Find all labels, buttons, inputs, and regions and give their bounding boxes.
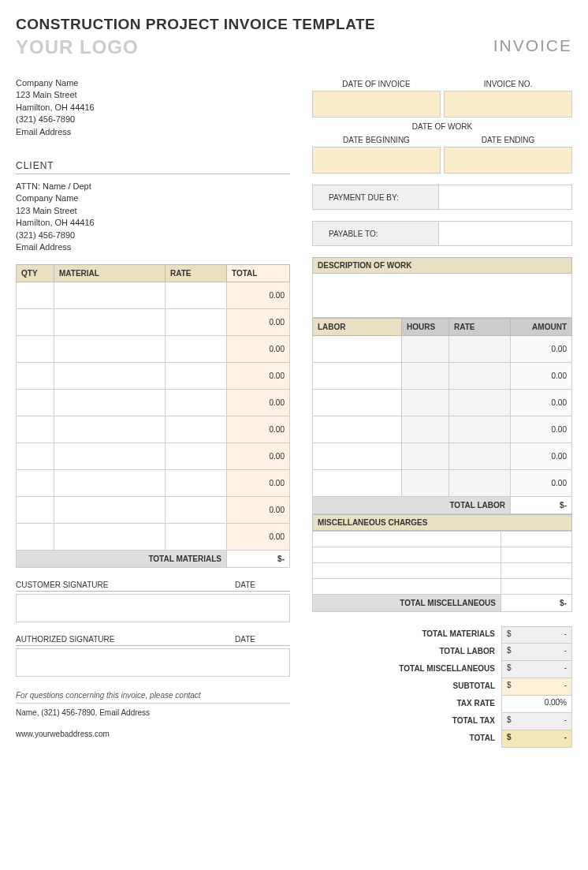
labor-rate[interactable] — [449, 363, 511, 390]
material-row: 0.00 — [17, 416, 290, 443]
material-qty[interactable] — [17, 524, 54, 551]
labor-desc[interactable] — [313, 363, 402, 390]
labor-rate[interactable] — [449, 416, 511, 443]
misc-desc[interactable] — [313, 547, 501, 563]
material-rate[interactable] — [166, 390, 227, 416]
material-qty[interactable] — [17, 363, 54, 390]
misc-desc[interactable] — [313, 532, 501, 547]
footer-contact: Name, (321) 456-7890, Email Address — [16, 708, 290, 717]
material-name[interactable] — [54, 416, 166, 443]
material-rate[interactable] — [166, 282, 227, 309]
sum-misc-label: TOTAL MISCELLANEOUS — [312, 661, 501, 678]
labor-amount: 0.00 — [511, 336, 572, 363]
material-name[interactable] — [54, 470, 166, 497]
material-row: 0.00 — [17, 363, 290, 390]
material-rate[interactable] — [166, 309, 227, 336]
labor-desc[interactable] — [313, 336, 402, 363]
labor-rate[interactable] — [449, 443, 511, 470]
client-email: Email Address — [16, 241, 290, 253]
authorized-signature-label: AUTHORIZED SIGNATURE — [16, 635, 235, 644]
labor-desc[interactable] — [313, 390, 402, 416]
labor-desc[interactable] — [313, 470, 402, 497]
labor-hours[interactable] — [402, 443, 449, 470]
material-name[interactable] — [54, 336, 166, 363]
sum-totaltax-label: TOTAL TAX — [312, 713, 501, 730]
misc-amount[interactable] — [501, 547, 572, 563]
material-name[interactable] — [54, 282, 166, 309]
material-total: 0.00 — [227, 363, 290, 390]
labor-table: LABOR HOURS RATE AMOUNT 0.000.000.000.00… — [312, 318, 572, 514]
labor-rate[interactable] — [449, 470, 511, 497]
labor-hours[interactable] — [402, 390, 449, 416]
material-qty[interactable] — [17, 443, 54, 470]
date-ending-input[interactable] — [444, 147, 572, 174]
material-qty[interactable] — [17, 336, 54, 363]
sum-subtotal-label: SUBTOTAL — [312, 678, 501, 696]
labor-desc[interactable] — [313, 443, 402, 470]
invoice-no-input[interactable] — [444, 91, 572, 118]
labor-rate[interactable] — [449, 336, 511, 363]
sum-labor-label: TOTAL LABOR — [312, 644, 501, 661]
misc-row — [313, 547, 572, 563]
authorized-signature-box[interactable] — [16, 648, 290, 677]
material-rate[interactable] — [166, 497, 227, 524]
client-street: 123 Main Street — [16, 205, 290, 217]
material-name[interactable] — [54, 524, 166, 551]
material-rate[interactable] — [166, 336, 227, 363]
labor-hours[interactable] — [402, 363, 449, 390]
labor-row: 0.00 — [313, 416, 572, 443]
footer-web: www.yourwebaddress.com — [16, 730, 290, 738]
material-rate[interactable] — [166, 416, 227, 443]
sum-total-val: $- — [501, 730, 572, 748]
material-qty[interactable] — [17, 497, 54, 524]
misc-desc[interactable] — [313, 563, 501, 579]
material-row: 0.00 — [17, 524, 290, 551]
material-rate[interactable] — [166, 524, 227, 551]
sum-taxrate-val[interactable]: 0.00% — [501, 696, 572, 713]
company-name: Company Name — [16, 77, 290, 89]
material-qty[interactable] — [17, 309, 54, 336]
payable-to-input[interactable] — [439, 222, 571, 245]
material-name[interactable] — [54, 363, 166, 390]
material-rate[interactable] — [166, 470, 227, 497]
labor-rate[interactable] — [449, 390, 511, 416]
sum-subtotal-val: $- — [501, 678, 572, 696]
material-qty[interactable] — [17, 390, 54, 416]
labor-hours[interactable] — [402, 416, 449, 443]
date-beginning-input[interactable] — [312, 147, 441, 174]
material-qty[interactable] — [17, 282, 54, 309]
material-rate[interactable] — [166, 363, 227, 390]
th-material: MATERIAL — [54, 265, 166, 282]
material-total: 0.00 — [227, 309, 290, 336]
misc-amount[interactable] — [501, 532, 572, 547]
customer-signature-box[interactable] — [16, 594, 290, 622]
material-name[interactable] — [54, 309, 166, 336]
material-total: 0.00 — [227, 416, 290, 443]
materials-table: QTY MATERIAL RATE TOTAL 0.000.000.000.00… — [16, 264, 290, 568]
material-total: 0.00 — [227, 443, 290, 470]
material-rate[interactable] — [166, 443, 227, 470]
payment-due-input[interactable] — [439, 185, 571, 209]
date-of-invoice-input[interactable] — [312, 91, 441, 118]
material-name[interactable] — [54, 443, 166, 470]
misc-desc[interactable] — [313, 579, 501, 595]
th-rate: RATE — [166, 265, 227, 282]
misc-amount[interactable] — [501, 563, 572, 579]
material-name[interactable] — [54, 390, 166, 416]
th-amount: AMOUNT — [511, 319, 572, 336]
labor-row: 0.00 — [313, 336, 572, 363]
misc-row — [313, 563, 572, 579]
labor-desc[interactable] — [313, 416, 402, 443]
material-name[interactable] — [54, 497, 166, 524]
labor-total-value: $ - — [511, 497, 572, 514]
misc-amount[interactable] — [501, 579, 572, 595]
misc-total-value: $ - — [501, 595, 572, 612]
labor-hours[interactable] — [402, 336, 449, 363]
description-body[interactable] — [312, 274, 572, 318]
material-qty[interactable] — [17, 470, 54, 497]
labor-hours[interactable] — [402, 470, 449, 497]
material-qty[interactable] — [17, 416, 54, 443]
th-labor: LABOR — [313, 319, 402, 336]
material-row: 0.00 — [17, 282, 290, 309]
client-name: Company Name — [16, 192, 290, 204]
